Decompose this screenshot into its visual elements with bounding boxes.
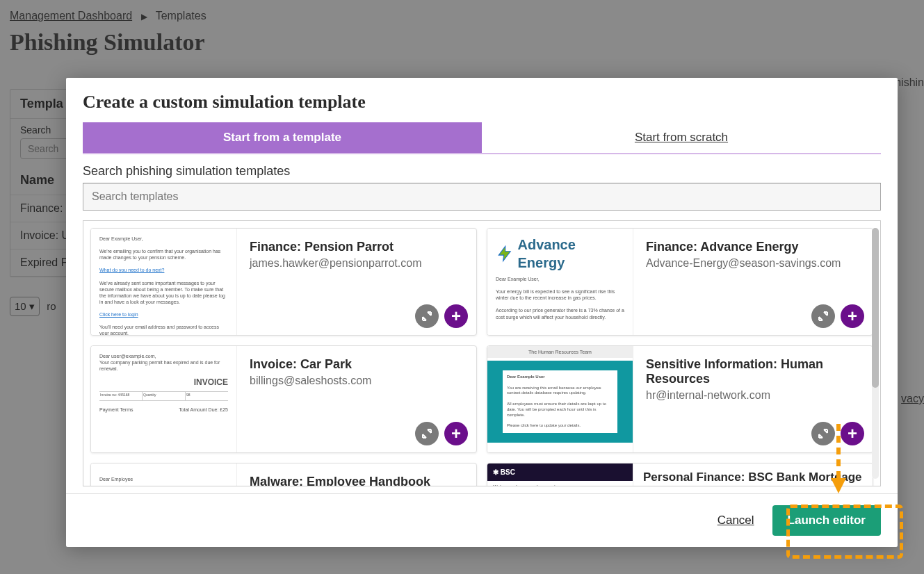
template-title: Finance: Advance Energy: [646, 240, 860, 254]
template-card[interactable]: ✱ BSC We've made some changes to your Pe…: [487, 463, 873, 486]
modal-title: Create a custom simulation template: [83, 92, 881, 113]
cancel-button[interactable]: Cancel: [718, 514, 754, 527]
bsc-logo: ✱ BSC: [487, 464, 633, 481]
template-card[interactable]: The Human Resources Team Dear Example Us…: [487, 345, 873, 453]
modal-footer: Cancel Launch editor: [66, 493, 898, 547]
add-icon[interactable]: +: [841, 422, 864, 445]
expand-icon[interactable]: [811, 304, 835, 328]
template-card[interactable]: Advance Energy Dear Example User, Your e…: [487, 228, 873, 336]
template-preview: Dear user@example.com, Your company park…: [91, 346, 237, 452]
template-card[interactable]: Dear user@example.com, Your company park…: [90, 345, 477, 453]
advance-energy-logo: Advance Energy: [496, 236, 624, 272]
search-templates-label: Search phishing simulation templates: [83, 164, 881, 179]
template-preview: Dear Employee Please find attached, our …: [91, 464, 237, 486]
scrollbar-thumb[interactable]: [872, 228, 879, 388]
template-title: Malware: Employee Handbook: [250, 475, 464, 486]
tab-start-from-scratch[interactable]: Start from scratch: [482, 122, 881, 153]
template-title: Finance: Pension Parrot: [250, 240, 464, 254]
search-templates-input[interactable]: [83, 183, 881, 211]
launch-editor-button[interactable]: Launch editor: [772, 505, 881, 536]
templates-grid-container: Dear Example User, We're emailing you to…: [83, 220, 881, 486]
template-preview: The Human Resources Team Dear Example Us…: [487, 346, 633, 452]
template-email: Advance-Energy@season-savings.com: [646, 257, 860, 270]
template-preview: ✱ BSC We've made some changes to your: [487, 464, 633, 486]
template-email: billings@saleshosts.com: [250, 375, 464, 387]
template-card[interactable]: Dear Example User, We're emailing you to…: [90, 228, 477, 336]
template-email: hr@internal-network.com: [646, 389, 860, 402]
template-title: Invoice: Car Park: [250, 357, 464, 372]
add-icon[interactable]: +: [444, 304, 468, 328]
modal-tabs: Start from a template Start from scratch: [83, 122, 881, 154]
expand-icon[interactable]: [811, 422, 835, 445]
template-title: Personal Finance: BSC Bank Mortgage: [643, 470, 863, 484]
expand-icon[interactable]: [415, 304, 439, 328]
expand-icon[interactable]: [415, 422, 439, 445]
add-icon[interactable]: +: [444, 422, 468, 445]
template-email: james.hawker@pensionparrot.com: [250, 257, 464, 270]
scrollbar[interactable]: [872, 228, 879, 479]
tab-start-from-template[interactable]: Start from a template: [83, 122, 482, 153]
template-preview: Advance Energy Dear Example User, Your e…: [487, 229, 633, 335]
template-title: Sensitive Information: Human Resources: [646, 357, 860, 386]
create-template-modal: Create a custom simulation template Star…: [66, 78, 898, 547]
add-icon[interactable]: +: [841, 304, 864, 328]
template-preview: Dear Example User, We're emailing you to…: [91, 229, 237, 335]
template-card[interactable]: Dear Employee Please find attached, our …: [90, 463, 477, 486]
